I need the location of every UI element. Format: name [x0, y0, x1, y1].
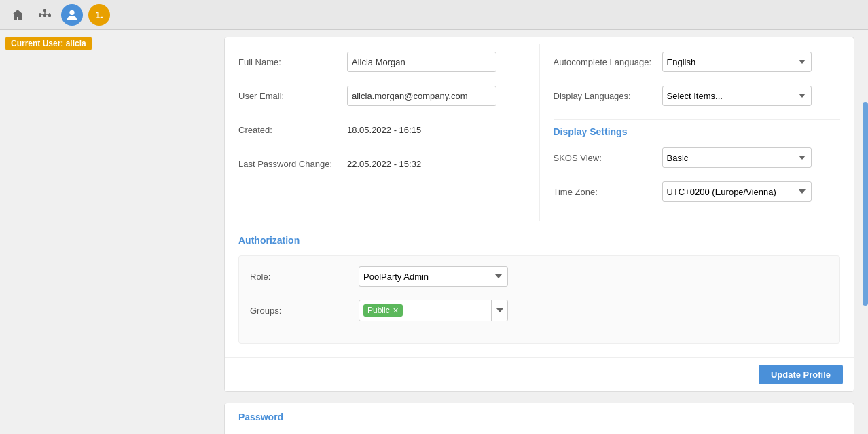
svg-rect-0 — [43, 9, 46, 12]
personal-info-panel: Full Name: User Email: Created: 18.05.20… — [225, 44, 540, 221]
skos-view-label: SKOS View: — [554, 153, 662, 163]
display-settings-divider: Display Settings — [554, 119, 841, 137]
skos-view-select[interactable]: Basic Advanced — [662, 147, 812, 168]
created-value: 18.05.2022 - 16:15 — [347, 125, 421, 135]
groups-row: Groups: Public ✕ — [250, 300, 829, 321]
full-name-label: Full Name: — [238, 57, 347, 67]
authorization-section: Authorization Role: PoolParty Admin User… — [225, 228, 854, 357]
profile-card-body: Full Name: User Email: Created: 18.05.20… — [225, 37, 854, 228]
display-languages-label: Display Languages: — [554, 91, 662, 101]
email-label: User Email: — [238, 91, 347, 101]
autocomplete-language-row: Autocomplete Language: English German Fr… — [554, 51, 841, 73]
role-label: Role: — [250, 272, 359, 282]
hierarchy-nav-icon[interactable] — [34, 4, 56, 26]
timezone-select[interactable]: UTC+0200 (Europe/Vienna) UTC+0000 (UTC) … — [662, 181, 812, 202]
public-group-tag: Public ✕ — [363, 304, 403, 317]
top-nav: 1. — [0, 0, 868, 30]
created-label: Created: — [238, 125, 347, 135]
last-password-row: Last Password Change: 22.05.2022 - 15:32 — [238, 153, 526, 175]
password-section: Password You can reset the password for … — [224, 403, 854, 434]
svg-point-8 — [69, 10, 74, 14]
groups-dropdown[interactable]: Public ✕ — [359, 300, 508, 321]
scrollbar[interactable] — [863, 102, 868, 306]
groups-dropdown-arrow[interactable] — [491, 300, 507, 321]
email-input[interactable] — [347, 86, 496, 106]
main-content: Full Name: User Email: Created: 18.05.20… — [211, 37, 868, 434]
role-row: Role: PoolParty Admin User Editor — [250, 266, 829, 287]
display-settings-panel: Autocomplete Language: English German Fr… — [540, 44, 854, 221]
step1-badge: 1. — [88, 4, 110, 26]
created-row: Created: 18.05.2022 - 16:15 — [238, 119, 526, 141]
timezone-label: Time Zone: — [554, 187, 662, 197]
authorization-inner: Role: PoolParty Admin User Editor Groups… — [238, 255, 840, 344]
home-nav-icon[interactable] — [7, 4, 29, 26]
authorization-title: Authorization — [238, 235, 840, 246]
update-profile-button[interactable]: Update Profile — [759, 365, 843, 384]
full-name-input[interactable] — [347, 52, 496, 72]
groups-label: Groups: — [250, 306, 359, 316]
profile-card: Full Name: User Email: Created: 18.05.20… — [224, 37, 854, 392]
last-password-value: 22.05.2022 - 15:32 — [347, 159, 421, 169]
display-languages-select[interactable]: Select Items... — [662, 86, 812, 106]
profile-card-footer: Update Profile — [225, 357, 854, 391]
timezone-row: Time Zone: UTC+0200 (Europe/Vienna) UTC+… — [554, 181, 841, 202]
display-languages-row: Display Languages: Select Items... — [554, 85, 841, 107]
group-tag-close[interactable]: ✕ — [393, 306, 399, 315]
groups-tags-area: Public ✕ — [359, 300, 491, 321]
password-header: Password — [225, 403, 854, 422]
role-select[interactable]: PoolParty Admin User Editor — [359, 266, 508, 287]
user-nav-icon[interactable] — [61, 4, 83, 26]
last-password-label: Last Password Change: — [238, 159, 347, 169]
email-row: User Email: — [238, 85, 526, 107]
full-name-row: Full Name: — [238, 51, 526, 73]
autocomplete-language-select[interactable]: English German French — [662, 52, 812, 72]
page-wrapper: Full Name: User Email: Created: 18.05.20… — [0, 30, 868, 434]
skos-view-row: SKOS View: Basic Advanced — [554, 147, 841, 168]
autocomplete-language-label: Autocomplete Language: — [554, 57, 662, 67]
display-settings-title: Display Settings — [554, 126, 841, 137]
password-title: Password — [238, 412, 840, 422]
group-tag-label: Public — [367, 306, 390, 315]
